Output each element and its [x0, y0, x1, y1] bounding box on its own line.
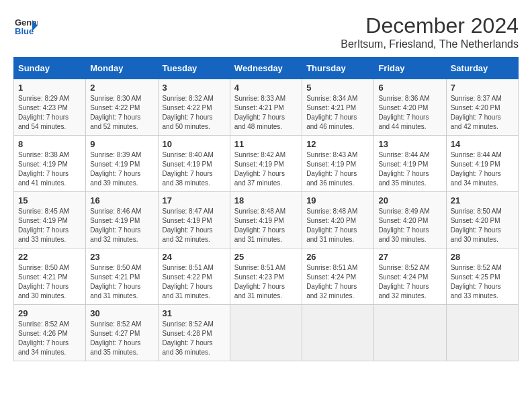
- day-number: 8: [18, 139, 81, 149]
- logo-icon: General Blue: [13, 13, 38, 38]
- calendar-cell: 28 Sunrise: 8:52 AMSunset: 4:25 PMDaylig…: [446, 248, 518, 305]
- day-detail: Sunrise: 8:50 AMSunset: 4:20 PMDaylight:…: [451, 208, 502, 243]
- day-number: 31: [163, 308, 226, 318]
- day-detail: Sunrise: 8:38 AMSunset: 4:19 PMDaylight:…: [18, 151, 69, 187]
- day-number: 10: [163, 139, 226, 149]
- calendar-week-row: 15 Sunrise: 8:45 AMSunset: 4:19 PMDaylig…: [14, 192, 519, 248]
- day-detail: Sunrise: 8:50 AMSunset: 4:21 PMDaylight:…: [18, 264, 69, 300]
- day-detail: Sunrise: 8:45 AMSunset: 4:19 PMDaylight:…: [18, 208, 69, 243]
- calendar-cell: 3 Sunrise: 8:32 AMSunset: 4:22 PMDayligh…: [158, 79, 230, 136]
- day-detail: Sunrise: 8:52 AMSunset: 4:24 PMDaylight:…: [378, 264, 429, 300]
- day-number: 25: [234, 252, 298, 262]
- calendar-cell: 7 Sunrise: 8:37 AMSunset: 4:20 PMDayligh…: [446, 79, 518, 136]
- calendar-cell: 23 Sunrise: 8:50 AMSunset: 4:21 PMDaylig…: [86, 248, 158, 305]
- day-detail: Sunrise: 8:44 AMSunset: 4:19 PMDaylight:…: [378, 151, 429, 187]
- day-number: 18: [234, 195, 298, 205]
- day-detail: Sunrise: 8:44 AMSunset: 4:19 PMDaylight:…: [451, 151, 502, 187]
- day-number: 17: [163, 195, 226, 205]
- day-detail: Sunrise: 8:39 AMSunset: 4:19 PMDaylight:…: [90, 151, 141, 187]
- title-area: December 2024 Berltsum, Friesland, The N…: [341, 13, 519, 50]
- day-number: 13: [378, 139, 441, 149]
- day-detail: Sunrise: 8:50 AMSunset: 4:21 PMDaylight:…: [90, 264, 141, 300]
- calendar-cell: 14 Sunrise: 8:44 AMSunset: 4:19 PMDaylig…: [446, 136, 518, 192]
- day-detail: Sunrise: 8:51 AMSunset: 4:22 PMDaylight:…: [163, 264, 214, 300]
- calendar-cell: 24 Sunrise: 8:51 AMSunset: 4:22 PMDaylig…: [158, 248, 230, 305]
- calendar-cell: 20 Sunrise: 8:49 AMSunset: 4:20 PMDaylig…: [374, 192, 446, 248]
- calendar-cell: 4 Sunrise: 8:33 AMSunset: 4:21 PMDayligh…: [230, 79, 302, 136]
- day-detail: Sunrise: 8:33 AMSunset: 4:21 PMDaylight:…: [234, 95, 285, 130]
- day-number: 6: [378, 83, 441, 93]
- page-subtitle: Berltsum, Friesland, The Netherlands: [341, 38, 519, 50]
- day-number: 12: [306, 139, 369, 149]
- day-detail: Sunrise: 8:32 AMSunset: 4:22 PMDaylight:…: [163, 95, 214, 130]
- day-number: 19: [306, 195, 369, 205]
- calendar-cell: 8 Sunrise: 8:38 AMSunset: 4:19 PMDayligh…: [14, 136, 86, 192]
- calendar-cell: [374, 305, 446, 361]
- calendar-cell: 18 Sunrise: 8:48 AMSunset: 4:19 PMDaylig…: [230, 192, 302, 248]
- day-detail: Sunrise: 8:37 AMSunset: 4:20 PMDaylight:…: [451, 95, 502, 130]
- day-detail: Sunrise: 8:48 AMSunset: 4:20 PMDaylight:…: [306, 208, 357, 243]
- calendar-cell: 2 Sunrise: 8:30 AMSunset: 4:22 PMDayligh…: [86, 79, 158, 136]
- day-number: 2: [90, 83, 153, 93]
- calendar-cell: [302, 305, 374, 361]
- calendar-cell: 19 Sunrise: 8:48 AMSunset: 4:20 PMDaylig…: [302, 192, 374, 248]
- calendar-cell: 29 Sunrise: 8:52 AMSunset: 4:26 PMDaylig…: [14, 305, 86, 361]
- calendar-week-row: 8 Sunrise: 8:38 AMSunset: 4:19 PMDayligh…: [14, 136, 519, 192]
- day-detail: Sunrise: 8:51 AMSunset: 4:24 PMDaylight:…: [306, 264, 357, 300]
- header-thursday: Thursday: [302, 58, 374, 79]
- day-number: 4: [234, 83, 298, 93]
- day-detail: Sunrise: 8:52 AMSunset: 4:28 PMDaylight:…: [163, 320, 214, 356]
- day-number: 24: [163, 252, 226, 262]
- calendar-cell: 9 Sunrise: 8:39 AMSunset: 4:19 PMDayligh…: [86, 136, 158, 192]
- day-detail: Sunrise: 8:48 AMSunset: 4:19 PMDaylight:…: [234, 208, 285, 243]
- day-detail: Sunrise: 8:46 AMSunset: 4:19 PMDaylight:…: [90, 208, 141, 243]
- calendar-cell: 31 Sunrise: 8:52 AMSunset: 4:28 PMDaylig…: [158, 305, 230, 361]
- day-detail: Sunrise: 8:30 AMSunset: 4:22 PMDaylight:…: [90, 95, 141, 130]
- calendar-cell: 26 Sunrise: 8:51 AMSunset: 4:24 PMDaylig…: [302, 248, 374, 305]
- header-monday: Monday: [86, 58, 158, 79]
- svg-text:Blue: Blue: [15, 26, 34, 36]
- day-detail: Sunrise: 8:47 AMSunset: 4:19 PMDaylight:…: [163, 208, 214, 243]
- header-friday: Friday: [374, 58, 446, 79]
- calendar-week-row: 1 Sunrise: 8:29 AMSunset: 4:23 PMDayligh…: [14, 79, 519, 136]
- calendar-cell: 16 Sunrise: 8:46 AMSunset: 4:19 PMDaylig…: [86, 192, 158, 248]
- day-number: 22: [18, 252, 81, 262]
- day-detail: Sunrise: 8:51 AMSunset: 4:23 PMDaylight:…: [234, 264, 285, 300]
- day-number: 27: [378, 252, 441, 262]
- header-saturday: Saturday: [446, 58, 518, 79]
- calendar-cell: 1 Sunrise: 8:29 AMSunset: 4:23 PMDayligh…: [14, 79, 86, 136]
- day-detail: Sunrise: 8:29 AMSunset: 4:23 PMDaylight:…: [18, 95, 69, 130]
- day-detail: Sunrise: 8:34 AMSunset: 4:21 PMDaylight:…: [306, 95, 357, 130]
- calendar-week-row: 29 Sunrise: 8:52 AMSunset: 4:26 PMDaylig…: [14, 305, 519, 361]
- day-detail: Sunrise: 8:52 AMSunset: 4:27 PMDaylight:…: [90, 320, 141, 356]
- calendar-header-row: SundayMondayTuesdayWednesdayThursdayFrid…: [14, 58, 519, 79]
- calendar-table: SundayMondayTuesdayWednesdayThursdayFrid…: [13, 57, 519, 361]
- calendar-week-row: 22 Sunrise: 8:50 AMSunset: 4:21 PMDaylig…: [14, 248, 519, 305]
- day-number: 11: [234, 139, 298, 149]
- header-tuesday: Tuesday: [158, 58, 230, 79]
- day-number: 20: [378, 195, 441, 205]
- logo: General Blue: [13, 13, 38, 38]
- calendar-cell: 17 Sunrise: 8:47 AMSunset: 4:19 PMDaylig…: [158, 192, 230, 248]
- calendar-cell: [446, 305, 518, 361]
- day-number: 28: [451, 252, 514, 262]
- calendar-cell: 11 Sunrise: 8:42 AMSunset: 4:19 PMDaylig…: [230, 136, 302, 192]
- day-detail: Sunrise: 8:52 AMSunset: 4:26 PMDaylight:…: [18, 320, 69, 356]
- header: General Blue December 2024 Berltsum, Fri…: [13, 13, 519, 50]
- day-detail: Sunrise: 8:36 AMSunset: 4:20 PMDaylight:…: [378, 95, 429, 130]
- calendar-cell: [230, 305, 302, 361]
- calendar-cell: 21 Sunrise: 8:50 AMSunset: 4:20 PMDaylig…: [446, 192, 518, 248]
- page-title: December 2024: [341, 13, 519, 38]
- day-detail: Sunrise: 8:40 AMSunset: 4:19 PMDaylight:…: [163, 151, 214, 187]
- day-detail: Sunrise: 8:42 AMSunset: 4:19 PMDaylight:…: [234, 151, 285, 187]
- calendar-cell: 27 Sunrise: 8:52 AMSunset: 4:24 PMDaylig…: [374, 248, 446, 305]
- day-number: 30: [90, 308, 153, 318]
- day-number: 21: [451, 195, 514, 205]
- header-sunday: Sunday: [14, 58, 86, 79]
- day-number: 1: [18, 83, 81, 93]
- calendar-cell: 22 Sunrise: 8:50 AMSunset: 4:21 PMDaylig…: [14, 248, 86, 305]
- day-number: 5: [306, 83, 369, 93]
- calendar-cell: 6 Sunrise: 8:36 AMSunset: 4:20 PMDayligh…: [374, 79, 446, 136]
- calendar-cell: 15 Sunrise: 8:45 AMSunset: 4:19 PMDaylig…: [14, 192, 86, 248]
- day-number: 23: [90, 252, 153, 262]
